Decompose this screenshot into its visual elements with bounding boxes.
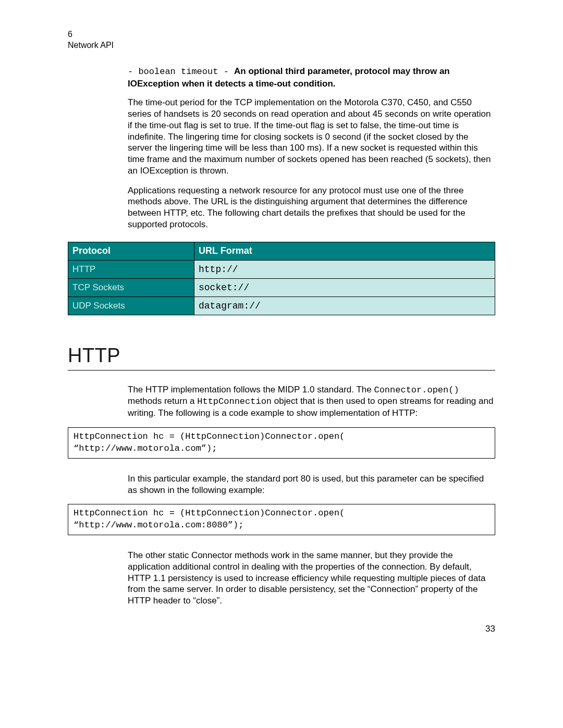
bullet-dash: - (218, 67, 234, 77)
bullet-dash: - (128, 67, 138, 77)
table-header-cell: URL Format (194, 242, 495, 260)
paragraph: Applications requesting a network resour… (128, 185, 495, 230)
page-number: 33 (485, 624, 495, 634)
table-header-cell: Protocol (68, 242, 194, 260)
table-header-row: Protocol URL Format (68, 242, 495, 260)
table-cell: datagram:// (194, 297, 495, 315)
page-header: 6 Network API (68, 29, 495, 51)
table-row: HTTP http:// (68, 260, 495, 278)
document-page: 6 Network API - boolean timeout - An opt… (0, 0, 563, 728)
table-row: TCP Sockets socket:// (68, 278, 495, 297)
paragraph: The HTTP implementation follows the MIDP… (128, 384, 495, 419)
text-run: methods return a (128, 396, 197, 406)
table-cell: TCP Sockets (68, 278, 194, 297)
content-column: - boolean timeout - An optional third pa… (128, 66, 495, 230)
content-column: The other static Connector methods work … (128, 550, 495, 607)
inline-code: boolean timeout (138, 67, 218, 77)
inline-code: HttpConnection (197, 397, 272, 406)
content-column: In this particular example, the standard… (128, 473, 495, 496)
inline-code: Connector.open() (374, 385, 459, 395)
table-cell: socket:// (194, 278, 495, 297)
paragraph: The other static Connector methods work … (128, 550, 495, 607)
content-column: The HTTP implementation follows the MIDP… (128, 384, 495, 419)
code-block: HttpConnection hc = (HttpConnection)Conn… (68, 427, 495, 459)
text-run: The HTTP implementation follows the MIDP… (128, 385, 374, 394)
chapter-title: Network API (68, 40, 495, 51)
paragraph: In this particular example, the standard… (128, 473, 495, 496)
paragraph: The time-out period for the TCP implemen… (128, 97, 495, 176)
bullet-item: - boolean timeout - An optional third pa… (128, 66, 495, 90)
section-heading: HTTP (68, 344, 495, 371)
table-cell: HTTP (68, 260, 194, 278)
code-block: HttpConnection hc = (HttpConnection)Conn… (68, 504, 495, 535)
protocol-table: Protocol URL Format HTTP http:// TCP Soc… (68, 242, 495, 315)
table-cell: http:// (194, 260, 495, 278)
chapter-number: 6 (68, 29, 495, 40)
table-row: UDP Sockets datagram:// (68, 297, 495, 315)
table-cell: UDP Sockets (68, 297, 194, 315)
